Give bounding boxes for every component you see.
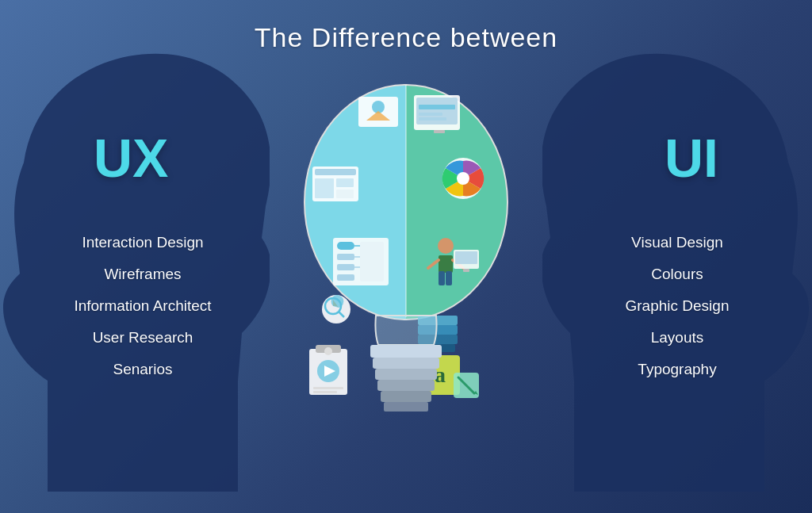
ui-item-0: Visual Design — [590, 234, 764, 251]
svg-rect-12 — [315, 178, 334, 198]
svg-rect-11 — [315, 169, 356, 175]
ux-label: UX — [94, 127, 168, 189]
svg-point-29 — [324, 347, 332, 355]
svg-rect-39 — [434, 130, 445, 133]
ui-item-2: Graphic Design — [590, 297, 764, 315]
svg-point-42 — [457, 172, 469, 185]
ux-item-1: Wireframes — [48, 266, 238, 283]
svg-rect-19 — [337, 274, 354, 281]
ui-item-4: Typography — [590, 361, 764, 378]
ux-item-0: Interaction Design — [48, 234, 238, 251]
ux-item-4: Senarios — [48, 361, 238, 378]
svg-rect-50 — [455, 251, 477, 264]
svg-rect-63 — [375, 369, 437, 380]
svg-rect-44 — [439, 255, 453, 273]
ux-item-3: User Research — [48, 329, 238, 346]
ux-item-2: Information Architect — [48, 297, 238, 315]
svg-rect-17 — [337, 254, 354, 260]
svg-rect-38 — [419, 117, 446, 121]
svg-rect-23 — [360, 242, 384, 281]
lightbulb-diagram: Aa — [287, 63, 525, 476]
svg-rect-14 — [336, 190, 354, 198]
ui-label: UI — [665, 127, 718, 189]
svg-rect-61 — [370, 345, 442, 358]
svg-rect-16 — [337, 242, 354, 250]
ui-item-1: Colours — [590, 266, 764, 283]
svg-point-43 — [438, 238, 454, 254]
svg-rect-62 — [373, 358, 439, 369]
svg-rect-65 — [381, 391, 431, 402]
svg-rect-48 — [446, 271, 452, 285]
svg-rect-36 — [419, 105, 455, 109]
svg-rect-18 — [337, 264, 354, 270]
svg-rect-37 — [419, 113, 442, 116]
svg-rect-33 — [313, 391, 337, 393]
svg-rect-64 — [377, 380, 435, 391]
ui-item-3: Layouts — [590, 329, 764, 346]
svg-rect-51 — [463, 269, 469, 272]
svg-rect-47 — [439, 271, 445, 285]
ux-items-list: Interaction Design Wireframes Informatio… — [48, 234, 238, 378]
ui-items-list: Visual Design Colours Graphic Design Lay… — [590, 234, 764, 378]
page-title: The Difference between — [255, 22, 557, 53]
svg-rect-32 — [313, 387, 343, 389]
svg-rect-13 — [336, 178, 354, 187]
svg-rect-66 — [384, 402, 428, 412]
